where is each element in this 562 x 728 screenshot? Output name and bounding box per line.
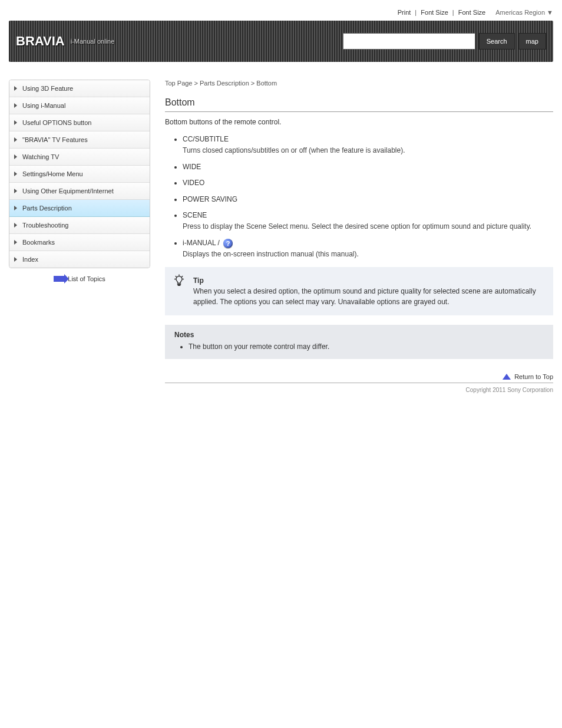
main-content: Top Page > Parts Description > Bottom Bo…: [165, 80, 553, 393]
search-input[interactable]: [343, 33, 475, 50]
list-item: SCENE Press to display the Scene Select …: [183, 210, 553, 232]
page-title: Bottom: [165, 97, 553, 108]
list-item: i-MANUAL / ? Displays the on-screen inst…: [183, 238, 553, 260]
list-topics-label: List of Topics: [68, 275, 105, 282]
title-divider: [165, 111, 553, 112]
brand-subtitle: i-Manual online: [71, 38, 115, 45]
sidebar-item-label: Useful OPTIONS button: [22, 119, 91, 126]
arrow-right-icon: [54, 276, 64, 282]
sidebar-item-label: Troubleshooting: [22, 222, 68, 229]
nav-list: Using 3D Feature Using i-Manual Useful O…: [9, 80, 150, 268]
list-item: WIDE: [183, 162, 553, 172]
search-area: Search map: [343, 33, 546, 50]
list-item: POWER SAVING: [183, 195, 553, 205]
map-button[interactable]: map: [518, 33, 546, 50]
lightbulb-icon: [173, 274, 185, 287]
sidebar-item-label: Watching TV: [22, 153, 59, 160]
sidebar-item-label: Bookmarks: [22, 239, 55, 246]
chevron-down-icon: ▼: [547, 9, 553, 16]
copyright-text: Copyright 2011 Sony Corporation: [165, 387, 553, 393]
tip-box: Tip When you select a desired option, th…: [165, 267, 553, 315]
search-button[interactable]: Search: [479, 33, 515, 50]
list-item: CC/SUBTITLE Turns closed captions/subtit…: [183, 134, 553, 156]
breadcrumb[interactable]: Top Page > Parts Description > Bottom: [165, 80, 553, 87]
help-icon: ?: [223, 239, 233, 248]
header-bar: BRAVIA i-Manual online Search map: [9, 21, 553, 62]
region-selector[interactable]: Americas Region ▼: [495, 9, 553, 16]
sidebar-item-label: Parts Description: [22, 205, 72, 212]
list-item: VIDEO: [183, 178, 553, 188]
sidebar-item-label: Settings/Home Menu: [22, 170, 83, 177]
brand-title: BRAVIA: [16, 34, 65, 49]
button-list: CC/SUBTITLE Turns closed captions/subtit…: [165, 134, 553, 260]
intro-text: Bottom buttons of the remote control.: [165, 118, 553, 126]
sidebar-item-label: Using Other Equipment/Internet: [22, 187, 114, 195]
top-utility-bar: Print | Font Size | Font Size Americas R…: [9, 9, 553, 16]
sidebar-item-other-equipment[interactable]: Using Other Equipment/Internet: [9, 183, 150, 200]
sidebar-item-bookmarks[interactable]: Bookmarks: [9, 234, 150, 251]
triangle-up-icon: [503, 374, 511, 380]
sidebar-item-index[interactable]: Index: [9, 251, 150, 268]
print-link[interactable]: Print: [398, 9, 411, 16]
font-size-small-link[interactable]: Font Size: [421, 9, 448, 16]
sidebar-item-3d[interactable]: Using 3D Feature: [9, 80, 150, 97]
footer-divider: [165, 383, 553, 383]
sidebar-item-label: "BRAVIA" TV Features: [22, 136, 88, 143]
list-item: The button on your remote control may di…: [189, 342, 544, 351]
sidebar-item-watching[interactable]: Watching TV: [9, 149, 150, 166]
sidebar: Using 3D Feature Using i-Manual Useful O…: [9, 80, 150, 393]
sidebar-item-parts[interactable]: Parts Description: [9, 200, 150, 217]
tip-text: When you select a desired option, the op…: [193, 287, 536, 306]
font-size-large-link[interactable]: Font Size: [458, 9, 485, 16]
sidebar-item-label: Using 3D Feature: [22, 85, 73, 92]
sidebar-item-settings[interactable]: Settings/Home Menu: [9, 166, 150, 183]
sidebar-item-label: Index: [22, 256, 38, 263]
sidebar-item-troubleshooting[interactable]: Troubleshooting: [9, 217, 150, 234]
sidebar-item-imanual[interactable]: Using i-Manual: [9, 97, 150, 114]
sidebar-item-features[interactable]: "BRAVIA" TV Features: [9, 131, 150, 149]
tip-label: Tip: [193, 276, 204, 285]
notes-box: Notes The button on your remote control …: [165, 325, 553, 359]
notes-label: Notes: [174, 331, 544, 339]
return-to-top-link[interactable]: Return to Top: [165, 373, 553, 380]
list-of-topics-link[interactable]: List of Topics: [9, 275, 150, 282]
sidebar-item-label: Using i-Manual: [22, 102, 65, 109]
sidebar-item-options[interactable]: Useful OPTIONS button: [9, 114, 150, 131]
brand-block: BRAVIA i-Manual online: [16, 34, 114, 49]
